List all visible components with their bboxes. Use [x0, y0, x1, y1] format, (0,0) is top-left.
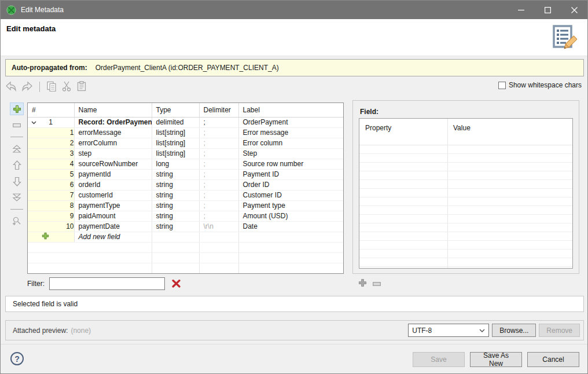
save-as-new-button[interactable]: Save As New — [470, 352, 522, 367]
encoding-value: UTF-8 — [412, 327, 432, 335]
move-top-button[interactable] — [10, 142, 24, 155]
edit-toolbar — [5, 80, 376, 94]
add-new-field-row[interactable]: Add new field — [28, 232, 343, 242]
column-header-name[interactable]: Name — [74, 103, 152, 117]
find-button[interactable] — [10, 215, 24, 228]
grid-header-row: # Name Type Delimiter Label — [28, 103, 343, 117]
column-header-num[interactable]: # — [28, 103, 74, 117]
field-actions-toolbar — [8, 102, 26, 228]
fields-grid: # Name Type Delimiter Label 1 Record: Or… — [27, 102, 344, 274]
preview-value: (none) — [71, 327, 91, 335]
window-title: Edit Metadata — [21, 6, 64, 14]
redo-icon[interactable] — [21, 81, 33, 93]
field-row[interactable]: 2errorColumnlist[string];Error column — [28, 138, 343, 148]
empty-row — [28, 252, 343, 263]
field-row[interactable]: 4sourceRowNumberlong;Source row number — [28, 159, 343, 169]
field-row[interactable]: 9paidAmountstring;Amount (USD) — [28, 211, 343, 221]
add-property-icon[interactable] — [358, 278, 367, 289]
record-name-cell[interactable]: Record: OrderPayment — [74, 117, 152, 127]
field-row[interactable]: 5paymentIdstring;Payment ID — [28, 169, 343, 179]
empty-row — [28, 263, 343, 273]
property-actions — [358, 278, 381, 289]
title-bar: Edit Metadata — [1, 1, 587, 19]
banner-label: Auto-propagated from: — [12, 64, 87, 72]
help-icon[interactable]: ? — [10, 352, 24, 365]
maximize-button[interactable] — [534, 1, 561, 19]
field-row[interactable]: 8paymentTypestring;Payment type — [28, 200, 343, 211]
empty-row — [28, 242, 343, 252]
encoding-select[interactable]: UTF-8 — [408, 324, 489, 337]
property-table: Property Value — [359, 118, 573, 269]
chevron-down-icon — [479, 329, 485, 332]
toolbar-separator — [39, 82, 40, 92]
column-header-label[interactable]: Label — [238, 103, 343, 117]
add-field-label[interactable]: Add new field — [74, 232, 152, 242]
property-table-header: Property Value — [359, 119, 572, 145]
field-row[interactable]: 6orderIdstring;Order ID — [28, 179, 343, 190]
paste-icon[interactable] — [76, 81, 87, 93]
banner-value: OrderPayment_ClientA (id:ORDER_PAYMENT_C… — [95, 64, 279, 72]
record-delimiter-cell[interactable]: ; — [199, 117, 238, 127]
show-whitespace-option[interactable]: Show whitespace chars — [498, 81, 582, 89]
record-label-cell[interactable]: OrderPayment — [238, 117, 343, 127]
status-text: Selected field is valid — [13, 300, 78, 308]
edit-metadata-dialog: Edit Metadata Edit metadata — [0, 0, 588, 374]
attached-preview-bar: Attached preview: (none) UTF-8 Browse...… — [5, 320, 584, 340]
record-type-cell[interactable]: delimited — [152, 117, 199, 127]
page-title: Edit metadata — [6, 24, 56, 33]
move-down-button[interactable] — [10, 175, 24, 188]
filter-label: Filter: — [27, 280, 45, 288]
copy-icon[interactable] — [46, 81, 57, 93]
move-bottom-button[interactable] — [10, 191, 24, 204]
column-header-value[interactable]: Value — [453, 124, 471, 132]
save-button: Save — [413, 352, 465, 367]
add-field-cell[interactable] — [28, 232, 74, 242]
add-field-button[interactable] — [10, 102, 24, 115]
field-row[interactable]: 3steplist[string];Step — [28, 148, 343, 159]
undo-icon[interactable] — [5, 81, 17, 93]
cut-icon[interactable] — [61, 81, 72, 93]
metadata-edit-icon — [550, 24, 577, 52]
column-header-property[interactable]: Property — [365, 124, 391, 132]
remove-property-icon[interactable] — [373, 280, 381, 288]
field-properties-panel: Field: Property Value — [352, 100, 579, 274]
field-panel-title: Field: — [360, 108, 378, 116]
toolbar-separator — [10, 137, 23, 137]
remove-field-button[interactable] — [10, 119, 24, 131]
clover-logo-icon — [6, 5, 16, 15]
clear-filter-icon[interactable] — [172, 280, 181, 288]
field-row[interactable]: 7customerIdstring;Customer ID — [28, 190, 343, 200]
plus-icon[interactable] — [42, 233, 49, 241]
field-row[interactable]: 1errorMessagelist[string];Error message — [28, 127, 343, 138]
preview-label: Attached preview: — [13, 327, 68, 335]
close-button[interactable] — [561, 1, 587, 19]
dialog-footer: ? Save Save As New Cancel — [1, 344, 587, 374]
auto-propagated-banner: Auto-propagated from: OrderPayment_Clien… — [5, 59, 584, 76]
filter-row: Filter: — [27, 277, 181, 290]
filter-input[interactable] — [49, 277, 165, 290]
show-whitespace-checkbox[interactable] — [498, 82, 506, 89]
column-header-type[interactable]: Type — [152, 103, 199, 117]
field-row[interactable]: 10paymentDatestring\r\nDate — [28, 221, 343, 232]
record-num-cell[interactable]: 1 — [28, 117, 74, 127]
collapse-chevron-icon[interactable] — [31, 118, 36, 126]
property-rows-area[interactable] — [359, 145, 572, 268]
move-up-button[interactable] — [10, 159, 24, 171]
show-whitespace-label: Show whitespace chars — [509, 81, 582, 89]
record-row[interactable]: 1 Record: OrderPayment delimited ; Order… — [28, 117, 343, 127]
browse-button[interactable]: Browse... — [492, 324, 536, 337]
minimize-button[interactable] — [508, 1, 534, 19]
validation-status-bar: Selected field is valid — [5, 296, 584, 312]
dialog-header: Edit metadata — [1, 19, 587, 56]
cancel-button[interactable]: Cancel — [527, 352, 579, 367]
toolbar-separator — [10, 209, 23, 210]
remove-button: Remove — [539, 324, 580, 337]
column-header-delimiter[interactable]: Delimiter — [199, 103, 238, 117]
